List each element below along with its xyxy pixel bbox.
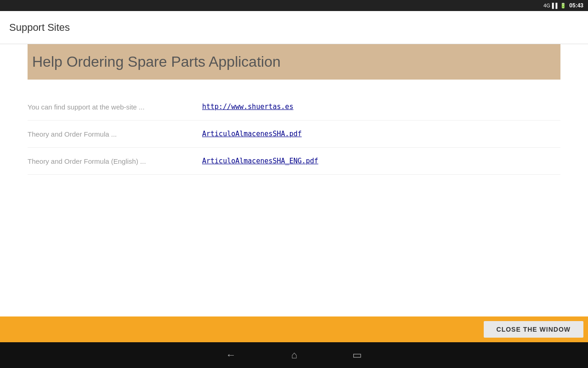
support-label-3: Theory and Order Formula (English) ... <box>28 157 202 165</box>
support-row-1: You can find support at the web-site ...… <box>28 93 560 121</box>
support-link-1[interactable]: http://www.shuertas.es <box>202 103 294 111</box>
support-row-2: Theory and Order Formula ... ArticuloAlm… <box>28 121 560 148</box>
home-icon[interactable]: ⌂ <box>291 349 297 361</box>
app-bar: Support Sites <box>0 11 588 44</box>
help-heading-text: Help Ordering Spare Parts Application <box>32 53 281 70</box>
app-title: Support Sites <box>9 22 70 34</box>
signal-icon: 4G▐▐ <box>543 3 557 8</box>
close-window-button[interactable]: CLOSE THE WINDOW <box>484 321 583 338</box>
help-heading-bar: Help Ordering Spare Parts Application <box>28 44 560 80</box>
back-icon[interactable]: ← <box>226 349 236 361</box>
clock: 05:43 <box>569 2 583 9</box>
nav-bar: ← ⌂ ▭ <box>0 342 588 368</box>
footer-bar: CLOSE THE WINDOW <box>0 316 588 342</box>
support-label-2: Theory and Order Formula ... <box>28 130 202 138</box>
support-link-2[interactable]: ArticuloAlmacenesSHA.pdf <box>202 130 302 138</box>
support-label-1: You can find support at the web-site ... <box>28 103 202 111</box>
recents-icon[interactable]: ▭ <box>352 349 362 361</box>
main-content: Help Ordering Spare Parts Application Yo… <box>0 44 588 316</box>
support-link-3[interactable]: ArticuloAlmacenesSHA_ENG.pdf <box>202 157 318 165</box>
status-bar: 4G▐▐ 🔋 05:43 <box>0 0 588 11</box>
battery-icon: 🔋 <box>560 3 566 9</box>
support-rows: You can find support at the web-site ...… <box>28 93 560 175</box>
support-row-3: Theory and Order Formula (English) ... A… <box>28 148 560 175</box>
